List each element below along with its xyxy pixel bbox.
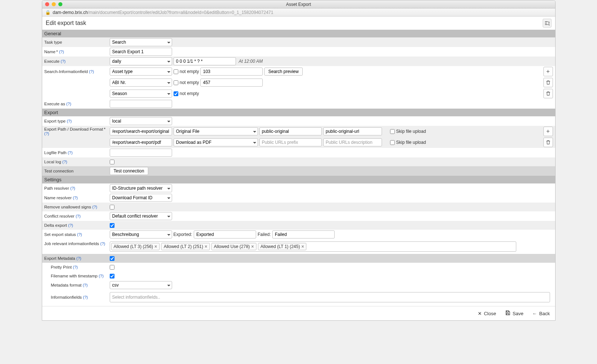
metadata-format-select[interactable]: csv (110, 281, 172, 289)
export-format-1[interactable]: Download as PDF (174, 138, 258, 146)
name-input[interactable] (110, 48, 172, 56)
notempty-label-0: not empty (180, 69, 199, 74)
delete-search-field-1-button[interactable] (543, 78, 553, 87)
failed-input[interactable] (272, 230, 335, 239)
address-bar: 🔒 dam-demo.brix.ch/main/documentExport/c… (42, 8, 555, 17)
help-search-info[interactable]: (?) (89, 69, 94, 74)
search-field-2-notempty[interactable] (174, 91, 178, 96)
export-path-1[interactable] (110, 138, 172, 146)
export-type-select[interactable]: local (110, 117, 172, 125)
tag-1: Allowed (LT 2) (251)× (161, 243, 210, 250)
export-prefix-0[interactable] (259, 127, 322, 135)
search-field-2-select[interactable]: Season (110, 90, 172, 98)
tag-3-remove[interactable]: × (301, 244, 304, 249)
help-logfile[interactable]: (?) (68, 150, 72, 155)
export-metadata-checkbox[interactable] (110, 256, 114, 261)
help-name-resolver[interactable]: (?) (73, 196, 77, 200)
close-x-icon: ✕ (478, 311, 482, 316)
config-icon[interactable] (543, 19, 552, 28)
skip-upload-1[interactable] (390, 140, 395, 145)
status-field-select[interactable]: Beschreibung (110, 230, 172, 239)
label-search-info: Search-Informationfield (?) (44, 69, 110, 74)
delete-search-field-2-button[interactable] (543, 89, 553, 98)
export-desc-1[interactable] (323, 138, 382, 146)
cron-human: At 12:00 AM (239, 59, 263, 64)
help-filename-ts[interactable]: (?) (99, 274, 103, 278)
tags-input[interactable]: Allowed (LT 3) (256)× Allowed (LT 2) (25… (110, 241, 516, 252)
skip-upload-0[interactable] (390, 129, 395, 134)
tag-0-remove[interactable]: × (154, 244, 157, 249)
local-log-checkbox[interactable] (110, 160, 114, 164)
tag-1-remove[interactable]: × (205, 244, 207, 249)
back-arrow-icon: ← (532, 311, 537, 316)
exported-input[interactable] (194, 230, 256, 239)
label-execute: Execute (?) (44, 59, 110, 63)
lock-icon: 🔒 (45, 10, 51, 15)
tag-2-remove[interactable]: × (251, 244, 254, 249)
search-field-0-notempty[interactable] (174, 69, 178, 74)
help-informationfields[interactable]: (?) (83, 295, 88, 299)
notempty-label-1: not empty (180, 80, 199, 85)
execute-as-input[interactable] (110, 100, 172, 108)
export-format-0[interactable]: Original File (174, 127, 258, 135)
remove-unallowed-checkbox[interactable] (110, 205, 114, 210)
search-field-0-select[interactable]: Asset type (110, 68, 172, 76)
execute-freq-select[interactable]: daily (110, 57, 172, 65)
test-connection-button[interactable]: Test connection (110, 167, 148, 175)
page-title: Edit export task (46, 20, 86, 26)
label-export-type: Export type (?) (44, 119, 110, 123)
help-delta-export[interactable]: (?) (68, 223, 73, 228)
label-logfile: Logfile Path (?) (44, 150, 110, 155)
help-local-log[interactable]: (?) (62, 160, 67, 164)
add-search-field-button[interactable]: + (543, 67, 553, 76)
search-field-0-value[interactable] (200, 68, 263, 76)
label-remove-unallowed: Remove unallowed signs (?) (44, 205, 110, 209)
help-execute[interactable]: (?) (61, 59, 65, 63)
pretty-print-checkbox[interactable] (110, 265, 114, 270)
failed-label: Failed: (258, 232, 271, 237)
delta-export-checkbox[interactable] (110, 223, 114, 228)
help-export-path[interactable]: (?) (44, 131, 49, 136)
label-set-export-status: Set export status (?) (44, 232, 110, 237)
help-path-resolver[interactable]: (?) (70, 186, 75, 190)
logfile-input[interactable] (110, 149, 172, 157)
delete-export-path-1-button[interactable] (543, 138, 553, 147)
cron-input[interactable] (174, 57, 236, 65)
help-remove-unallowed[interactable]: (?) (92, 205, 97, 209)
help-conflict-resolver[interactable]: (?) (76, 214, 80, 218)
task-type-select[interactable]: Search (110, 38, 172, 46)
help-set-export-status[interactable]: (?) (77, 232, 82, 237)
skip-label-0: Skip file upload (396, 129, 426, 134)
filename-ts-checkbox[interactable] (110, 274, 114, 279)
name-resolver-select[interactable]: Download Format ID (110, 194, 172, 202)
conflict-resolver-select[interactable]: Default conflict resolver (110, 212, 172, 220)
back-button[interactable]: ← Back (532, 311, 550, 316)
help-execute-as[interactable]: (?) (66, 102, 71, 106)
help-export-type[interactable]: (?) (67, 119, 72, 123)
help-export-metadata[interactable]: (?) (76, 256, 81, 261)
label-conflict-resolver: Conflict resolver (?) (44, 214, 110, 218)
label-informationfields: Informationfields (?) (44, 295, 110, 299)
search-field-1-select[interactable]: ABI Nr. (110, 79, 172, 87)
path-resolver-select[interactable]: ID-Structure path resolver (110, 184, 172, 192)
informationfields-input[interactable]: Select informationfields.. (110, 292, 550, 302)
help-job-relevant[interactable]: (?) (100, 241, 105, 246)
window-title: Asset Export (42, 2, 555, 7)
section-general: General (42, 30, 555, 37)
label-task-type: Task type (44, 40, 110, 44)
search-preview-button[interactable]: Search preview (264, 68, 303, 76)
export-path-0[interactable] (110, 127, 172, 135)
search-field-1-notempty[interactable] (174, 80, 178, 85)
label-test-connection: Test connection (44, 169, 110, 173)
close-button[interactable]: ✕ Close (478, 311, 496, 316)
help-pretty-print[interactable]: (?) (73, 265, 78, 269)
export-desc-0[interactable] (323, 127, 382, 135)
label-pretty-print: Pretty Print (?) (44, 265, 110, 269)
help-name[interactable]: (?) (59, 50, 64, 54)
save-button[interactable]: Save (505, 310, 524, 317)
label-job-relevant: Job relevant informationfields (?) (44, 241, 110, 246)
search-field-1-value[interactable] (200, 79, 263, 87)
add-export-path-button[interactable]: + (543, 127, 553, 136)
help-metadata-format[interactable]: (?) (83, 283, 87, 287)
export-prefix-1[interactable] (259, 138, 322, 146)
